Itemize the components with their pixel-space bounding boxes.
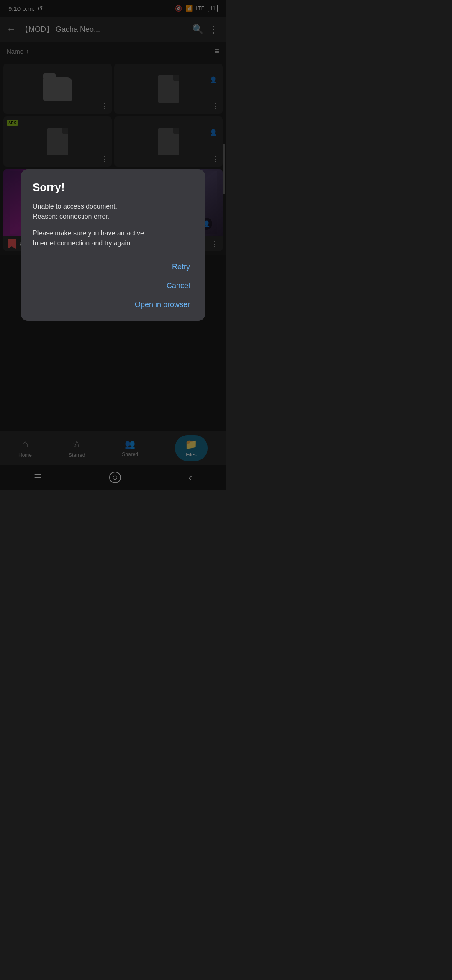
open-in-browser-button[interactable]: Open in browser: [131, 299, 193, 311]
dialog-actions: Retry Cancel Open in browser: [33, 261, 193, 311]
dialog-body-line1: Unable to access document. Reason: conne…: [33, 201, 193, 222]
dialog-body: Unable to access document. Reason: conne…: [33, 201, 193, 248]
dialog-body-line2: Please make sure you have an active Inte…: [33, 228, 193, 248]
dialog-overlay: Sorry! Unable to access document. Reason…: [0, 0, 226, 490]
cancel-button[interactable]: Cancel: [163, 280, 193, 292]
error-dialog: Sorry! Unable to access document. Reason…: [21, 169, 205, 321]
retry-button[interactable]: Retry: [169, 261, 193, 273]
dialog-title: Sorry!: [33, 181, 193, 194]
